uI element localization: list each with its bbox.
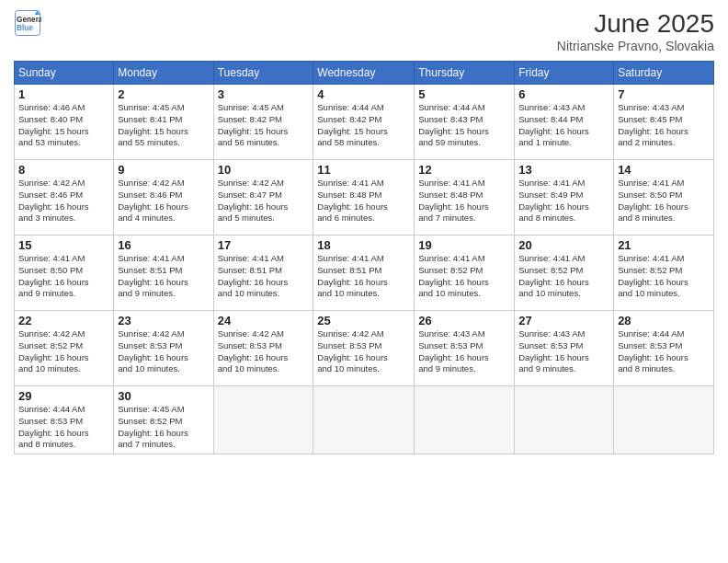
day-number: 10	[218, 163, 310, 177]
calendar-day-header: Monday	[114, 62, 213, 85]
calendar-day-cell: 6Sunrise: 4:43 AM Sunset: 8:44 PM Daylig…	[515, 85, 614, 160]
calendar: SundayMondayTuesdayWednesdayThursdayFrid…	[14, 61, 714, 454]
day-info: Sunrise: 4:41 AM Sunset: 8:48 PM Dayligh…	[317, 178, 410, 224]
calendar-day-cell: 8Sunrise: 4:42 AM Sunset: 8:46 PM Daylig…	[15, 160, 114, 236]
day-number: 2	[118, 87, 209, 101]
calendar-day-cell: 3Sunrise: 4:45 AM Sunset: 8:42 PM Daylig…	[213, 85, 313, 160]
calendar-day-cell: 1Sunrise: 4:46 AM Sunset: 8:40 PM Daylig…	[15, 85, 114, 160]
calendar-day-cell: 4Sunrise: 4:44 AM Sunset: 8:42 PM Daylig…	[313, 85, 415, 160]
day-info: Sunrise: 4:45 AM Sunset: 8:42 PM Dayligh…	[218, 102, 310, 149]
calendar-day-cell: 12Sunrise: 4:41 AM Sunset: 8:48 PM Dayli…	[415, 160, 515, 236]
day-number: 20	[518, 238, 609, 252]
day-number: 8	[18, 163, 109, 177]
day-info: Sunrise: 4:43 AM Sunset: 8:44 PM Dayligh…	[518, 102, 609, 149]
day-info: Sunrise: 4:45 AM Sunset: 8:41 PM Dayligh…	[118, 102, 209, 149]
calendar-day-header: Thursday	[415, 62, 515, 85]
logo-icon: General Blue	[14, 9, 41, 37]
calendar-day-header: Friday	[515, 62, 614, 85]
calendar-week-row: 8Sunrise: 4:42 AM Sunset: 8:46 PM Daylig…	[15, 160, 714, 236]
day-info: Sunrise: 4:43 AM Sunset: 8:45 PM Dayligh…	[618, 102, 710, 149]
calendar-week-row: 29Sunrise: 4:44 AM Sunset: 8:53 PM Dayli…	[15, 386, 714, 454]
calendar-day-cell: 21Sunrise: 4:41 AM Sunset: 8:52 PM Dayli…	[614, 236, 714, 311]
calendar-day-cell	[313, 386, 415, 454]
calendar-day-cell: 28Sunrise: 4:44 AM Sunset: 8:53 PM Dayli…	[614, 311, 714, 386]
day-number: 11	[317, 163, 410, 177]
day-number: 7	[618, 87, 710, 101]
title-block: June 2025 Nitrianske Pravno, Slovakia	[557, 9, 714, 53]
calendar-day-cell: 26Sunrise: 4:43 AM Sunset: 8:53 PM Dayli…	[415, 311, 515, 386]
day-info: Sunrise: 4:44 AM Sunset: 8:43 PM Dayligh…	[418, 102, 510, 149]
day-number: 25	[317, 314, 410, 327]
calendar-week-row: 15Sunrise: 4:41 AM Sunset: 8:50 PM Dayli…	[15, 236, 714, 311]
calendar-day-cell: 20Sunrise: 4:41 AM Sunset: 8:52 PM Dayli…	[515, 236, 614, 311]
day-info: Sunrise: 4:42 AM Sunset: 8:53 PM Dayligh…	[317, 328, 410, 375]
day-info: Sunrise: 4:42 AM Sunset: 8:52 PM Dayligh…	[18, 328, 109, 375]
logo: General Blue	[14, 9, 41, 37]
day-info: Sunrise: 4:41 AM Sunset: 8:51 PM Dayligh…	[118, 253, 209, 300]
calendar-day-header: Saturday	[614, 62, 714, 85]
day-number: 6	[518, 87, 609, 101]
day-info: Sunrise: 4:41 AM Sunset: 8:51 PM Dayligh…	[218, 253, 310, 300]
day-info: Sunrise: 4:41 AM Sunset: 8:52 PM Dayligh…	[518, 253, 609, 300]
calendar-day-header: Tuesday	[213, 62, 313, 85]
day-number: 3	[218, 87, 310, 101]
day-info: Sunrise: 4:41 AM Sunset: 8:52 PM Dayligh…	[618, 253, 710, 300]
day-number: 1	[18, 87, 109, 101]
svg-text:General: General	[17, 16, 41, 24]
svg-text:Blue: Blue	[17, 24, 33, 32]
day-number: 27	[518, 314, 609, 327]
page: General Blue June 2025 Nitrianske Pravno…	[0, 0, 728, 563]
day-info: Sunrise: 4:44 AM Sunset: 8:53 PM Dayligh…	[618, 328, 710, 375]
calendar-day-cell: 14Sunrise: 4:41 AM Sunset: 8:50 PM Dayli…	[614, 160, 714, 236]
calendar-day-cell: 22Sunrise: 4:42 AM Sunset: 8:52 PM Dayli…	[15, 311, 114, 386]
day-number: 21	[618, 238, 710, 252]
day-info: Sunrise: 4:45 AM Sunset: 8:52 PM Dayligh…	[118, 404, 209, 451]
day-number: 13	[518, 163, 609, 177]
day-number: 29	[18, 389, 109, 403]
calendar-day-cell: 17Sunrise: 4:41 AM Sunset: 8:51 PM Dayli…	[213, 236, 313, 311]
calendar-week-row: 1Sunrise: 4:46 AM Sunset: 8:40 PM Daylig…	[15, 85, 714, 160]
day-number: 23	[118, 314, 209, 327]
calendar-day-cell: 27Sunrise: 4:43 AM Sunset: 8:53 PM Dayli…	[515, 311, 614, 386]
day-number: 24	[218, 314, 310, 327]
calendar-day-cell	[415, 386, 515, 454]
day-info: Sunrise: 4:42 AM Sunset: 8:53 PM Dayligh…	[218, 328, 310, 375]
calendar-day-header: Sunday	[15, 62, 114, 85]
day-info: Sunrise: 4:42 AM Sunset: 8:53 PM Dayligh…	[118, 328, 209, 375]
calendar-day-cell: 15Sunrise: 4:41 AM Sunset: 8:50 PM Dayli…	[15, 236, 114, 311]
calendar-day-cell: 30Sunrise: 4:45 AM Sunset: 8:52 PM Dayli…	[114, 386, 213, 454]
day-number: 5	[418, 87, 510, 101]
day-number: 22	[18, 314, 109, 327]
calendar-day-header: Wednesday	[313, 62, 415, 85]
day-info: Sunrise: 4:41 AM Sunset: 8:49 PM Dayligh…	[518, 178, 609, 224]
calendar-day-cell: 9Sunrise: 4:42 AM Sunset: 8:46 PM Daylig…	[114, 160, 213, 236]
calendar-day-cell: 23Sunrise: 4:42 AM Sunset: 8:53 PM Dayli…	[114, 311, 213, 386]
day-number: 19	[418, 238, 510, 252]
calendar-header-row: SundayMondayTuesdayWednesdayThursdayFrid…	[15, 62, 714, 85]
day-info: Sunrise: 4:41 AM Sunset: 8:50 PM Dayligh…	[618, 178, 710, 224]
day-number: 12	[418, 163, 510, 177]
calendar-day-cell: 5Sunrise: 4:44 AM Sunset: 8:43 PM Daylig…	[415, 85, 515, 160]
day-number: 28	[618, 314, 710, 327]
day-number: 26	[418, 314, 510, 327]
month-title: June 2025	[557, 9, 714, 39]
day-info: Sunrise: 4:41 AM Sunset: 8:52 PM Dayligh…	[418, 253, 510, 300]
day-number: 4	[317, 87, 410, 101]
day-info: Sunrise: 4:44 AM Sunset: 8:53 PM Dayligh…	[18, 404, 109, 451]
calendar-day-cell: 13Sunrise: 4:41 AM Sunset: 8:49 PM Dayli…	[515, 160, 614, 236]
day-info: Sunrise: 4:42 AM Sunset: 8:46 PM Dayligh…	[18, 178, 109, 224]
day-info: Sunrise: 4:41 AM Sunset: 8:50 PM Dayligh…	[18, 253, 109, 300]
day-number: 14	[618, 163, 710, 177]
calendar-week-row: 22Sunrise: 4:42 AM Sunset: 8:52 PM Dayli…	[15, 311, 714, 386]
day-info: Sunrise: 4:41 AM Sunset: 8:48 PM Dayligh…	[418, 178, 510, 224]
day-info: Sunrise: 4:43 AM Sunset: 8:53 PM Dayligh…	[418, 328, 510, 375]
day-number: 16	[118, 238, 209, 252]
calendar-day-cell: 29Sunrise: 4:44 AM Sunset: 8:53 PM Dayli…	[15, 386, 114, 454]
calendar-day-cell: 7Sunrise: 4:43 AM Sunset: 8:45 PM Daylig…	[614, 85, 714, 160]
day-info: Sunrise: 4:46 AM Sunset: 8:40 PM Dayligh…	[18, 102, 109, 149]
day-number: 9	[118, 163, 209, 177]
calendar-day-cell: 11Sunrise: 4:41 AM Sunset: 8:48 PM Dayli…	[313, 160, 415, 236]
calendar-day-cell: 2Sunrise: 4:45 AM Sunset: 8:41 PM Daylig…	[114, 85, 213, 160]
calendar-day-cell: 16Sunrise: 4:41 AM Sunset: 8:51 PM Dayli…	[114, 236, 213, 311]
day-info: Sunrise: 4:43 AM Sunset: 8:53 PM Dayligh…	[518, 328, 609, 375]
